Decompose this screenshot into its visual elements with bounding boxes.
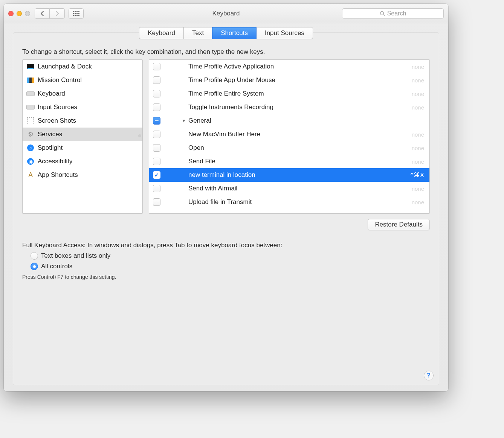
instruction-text: To change a shortcut, select it, click t…	[13, 48, 439, 59]
fka-hint: Press Control+F7 to change this setting.	[13, 270, 439, 280]
grid-icon	[73, 11, 79, 16]
service-label: Time Profile Entire System	[188, 90, 408, 97]
mission-control-icon	[26, 76, 35, 84]
shortcut-none: none	[412, 186, 424, 192]
search-icon	[380, 11, 385, 16]
category-list[interactable]: Launchpad & DockMission ControlKeyboardI…	[22, 59, 143, 214]
checkbox[interactable]	[153, 117, 160, 125]
checkbox[interactable]	[153, 76, 160, 84]
service-item[interactable]: Time Profile Active Applicationnone	[149, 60, 429, 73]
show-all-button[interactable]	[69, 8, 84, 19]
checkbox[interactable]	[153, 131, 160, 138]
shortcut-none: none	[412, 131, 424, 138]
service-label: Toggle Instruments Recording	[188, 103, 408, 111]
category-label: Keyboard	[38, 90, 65, 97]
checkbox[interactable]	[153, 198, 160, 206]
restore-defaults-button[interactable]: Restore Defaults	[368, 219, 430, 230]
tab-keyboard[interactable]: Keyboard	[139, 27, 183, 39]
zoom-window-button[interactable]	[25, 11, 30, 16]
service-list[interactable]: Time Profile Active ApplicationnoneTime …	[149, 59, 430, 214]
help-button[interactable]: ?	[424, 371, 434, 380]
category-spotlight[interactable]: ⌕Spotlight	[23, 141, 142, 155]
close-window-button[interactable]	[8, 11, 14, 16]
category-label: Launchpad & Dock	[38, 63, 92, 70]
shortcut-none: none	[412, 64, 424, 70]
accessibility-icon: ◉	[26, 157, 35, 166]
service-label: Time Profile App Under Mouse	[188, 76, 408, 84]
checkbox[interactable]	[153, 103, 160, 111]
service-item[interactable]: New MacVim Buffer Herenone	[149, 128, 429, 141]
shortcut-none: none	[412, 145, 424, 151]
radio-all-controls[interactable]: All controls	[22, 263, 430, 270]
tab-text[interactable]: Text	[183, 27, 212, 39]
category-launchpad-dock[interactable]: Launchpad & Dock	[23, 60, 142, 73]
service-item[interactable]: Opennone	[149, 141, 429, 155]
category-mission-control[interactable]: Mission Control	[23, 73, 142, 87]
shortcut-text: ^⌘X	[411, 171, 424, 179]
checkbox[interactable]	[153, 171, 160, 179]
columns: Launchpad & DockMission ControlKeyboardI…	[13, 59, 439, 214]
shortcut-none: none	[412, 91, 424, 97]
shortcut-none: none	[412, 104, 424, 111]
service-group-general[interactable]: ▼General	[149, 114, 429, 128]
screenshot-icon	[26, 117, 35, 125]
tab-bar: KeyboardTextShortcutsInput Sources	[13, 27, 439, 39]
category-label: Mission Control	[38, 76, 82, 84]
chevron-right-icon	[55, 11, 59, 16]
radio-text-boxes-only[interactable]: Text boxes and lists only	[22, 252, 430, 260]
service-label: New MacVim Buffer Here	[188, 131, 408, 138]
category-services[interactable]: ⚙︎Services	[23, 128, 142, 141]
checkbox[interactable]	[153, 90, 160, 97]
keyboard-icon	[26, 90, 35, 98]
service-label: Open	[188, 144, 408, 152]
service-label: Send with Airmail	[188, 185, 408, 192]
category-input-sources[interactable]: Input Sources	[23, 100, 142, 114]
category-label: Spotlight	[38, 144, 63, 152]
scroll-indicator	[138, 134, 141, 137]
gear-icon: ⚙︎	[26, 130, 35, 138]
category-keyboard[interactable]: Keyboard	[23, 87, 142, 100]
service-item[interactable]: Send Filenone	[149, 155, 429, 168]
service-label: new terminal in location	[188, 171, 407, 179]
titlebar: Keyboard Search	[4, 4, 448, 23]
category-label: Services	[38, 131, 62, 138]
service-item[interactable]: Send with Airmailnone	[149, 182, 429, 195]
radio-label: Text boxes and lists only	[41, 252, 110, 260]
checkbox[interactable]	[153, 185, 160, 192]
tab-input-sources[interactable]: Input Sources	[256, 27, 313, 39]
service-item[interactable]: Toggle Instruments Recordingnone	[149, 100, 429, 114]
radio-label: All controls	[41, 263, 72, 270]
service-item[interactable]: Time Profile Entire Systemnone	[149, 87, 429, 100]
service-label: Upload file in Transmit	[188, 198, 408, 206]
keyboard-icon	[26, 103, 35, 111]
service-label: Time Profile Active Application	[188, 63, 408, 70]
radio-icon	[31, 252, 38, 260]
shortcut-none: none	[412, 158, 424, 165]
minimize-window-button[interactable]	[17, 11, 22, 16]
disclosure-triangle-icon[interactable]: ▼	[182, 118, 187, 123]
inner-panel: KeyboardTextShortcutsInput Sources To ch…	[13, 32, 439, 385]
shortcut-none: none	[412, 77, 424, 84]
service-item[interactable]: new terminal in location^⌘X	[149, 168, 429, 182]
forward-button[interactable]	[50, 8, 65, 19]
traffic-lights	[8, 11, 30, 16]
checkbox[interactable]	[153, 63, 160, 70]
fka-heading: Full Keyboard Access: In windows and dia…	[22, 242, 430, 249]
category-app-shortcuts[interactable]: 𝖠App Shortcuts	[23, 168, 142, 182]
chevron-left-icon	[40, 11, 44, 16]
service-item[interactable]: Time Profile App Under Mousenone	[149, 73, 429, 87]
service-item[interactable]: Upload file in Transmitnone	[149, 195, 429, 209]
tab-shortcuts[interactable]: Shortcuts	[212, 27, 256, 39]
content: KeyboardTextShortcutsInput Sources To ch…	[4, 23, 448, 391]
checkbox[interactable]	[153, 144, 160, 152]
radio-icon	[31, 263, 38, 270]
nav-group	[35, 8, 65, 19]
back-button[interactable]	[35, 8, 50, 19]
category-screen-shots[interactable]: Screen Shots	[23, 114, 142, 128]
search-field[interactable]: Search	[342, 8, 444, 19]
launchpad-icon	[26, 62, 35, 71]
checkbox[interactable]	[153, 158, 160, 165]
category-accessibility[interactable]: ◉Accessibility	[23, 155, 142, 168]
service-label: Send File	[188, 158, 408, 165]
svg-line-1	[383, 14, 385, 16]
